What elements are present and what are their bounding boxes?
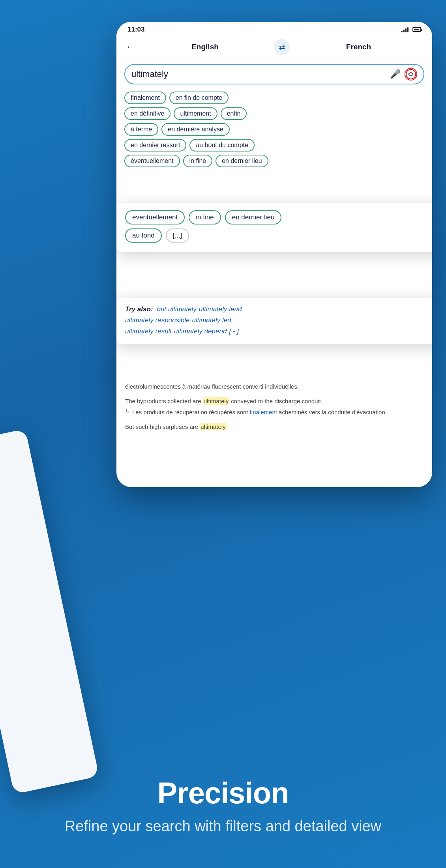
signal-bars-icon (401, 27, 409, 32)
chips-row-3: à terme en dernière analyse (124, 123, 424, 136)
try-link-ultimately-lead[interactable]: ultimately lead (199, 305, 242, 313)
sugg-chip-en-dernier-lieu[interactable]: en dernier lieu (225, 210, 282, 224)
chip-au-bout-du-compte[interactable]: au bout du compte (189, 139, 255, 152)
swap-icon: ⇄ (279, 42, 285, 52)
svg-point-2 (406, 69, 416, 79)
try-dash[interactable]: [ - ] (229, 327, 239, 335)
precision-title: Precision (24, 776, 422, 810)
nav-bar: ← English ⇄ French (116, 36, 432, 60)
example-block-2: But such high surpluses are ultimately (125, 423, 424, 432)
swap-languages-button[interactable]: ⇄ (274, 39, 290, 55)
chips-row-4: en dernier ressort au bout du compte (124, 139, 424, 152)
sugg-chip-eventuellement[interactable]: éventuellement (125, 210, 185, 224)
example-arrow-icon: ↳ (125, 408, 130, 414)
status-icons (401, 27, 421, 32)
example-partial-top: électroluminescentes à matériau fluoresc… (125, 382, 424, 391)
suggestions-panel: éventuellement in fine en dernier lieu ▲… (116, 203, 432, 252)
highlight-ultimately-1: ultimately (203, 397, 229, 405)
chip-en-dernier-lieu[interactable]: en dernier lieu (216, 155, 268, 167)
sugg-chip-au-fond[interactable]: au fond (125, 228, 162, 243)
sugg-row-2: au fond [...] (125, 228, 432, 243)
chips-row-1: finalement en fin de compte (124, 92, 424, 104)
background-phone: nte (0, 429, 99, 794)
chip-eventuellement[interactable]: éventuellement (124, 155, 180, 167)
chip-enfin[interactable]: enfin (221, 107, 247, 120)
chips-row-2: en définitive ultimement enfin (124, 107, 424, 120)
try-also-panel: Try also: but ultimately ultimately lead… (116, 298, 432, 344)
search-input-container[interactable]: ultimately 🎤 (124, 64, 424, 84)
microphone-icon[interactable]: 🎤 (390, 69, 401, 79)
main-phone: 11:03 ← English ⇄ French ultimately 🎤 (116, 22, 432, 487)
highlight-ultimately-2: ultimately (200, 423, 226, 430)
example-fr-partial: électroluminescentes à matériau fluoresc… (125, 383, 299, 390)
battery-icon (412, 27, 421, 32)
sugg-chip-bracket[interactable]: [...] (166, 228, 189, 243)
chips-row-5: éventuellement in fine en dernier lieu (124, 155, 424, 167)
bottom-section: Precision Refine your search with filter… (0, 760, 446, 836)
status-time: 11:03 (127, 26, 144, 34)
example-fr-1: Les produits de récupération récupérés s… (132, 408, 387, 417)
try-also-line-1: Try also: but ultimately ultimately lead… (125, 305, 432, 313)
example-block-1: The byproducts collected are ultimately … (125, 397, 424, 417)
example-fr-underline-1: finalement (250, 409, 277, 415)
precision-subtitle: Refine your search with filters and deta… (24, 816, 422, 836)
language-english[interactable]: English (141, 43, 269, 51)
example-en-1: The byproducts collected are ultimately … (125, 397, 424, 406)
chip-en-derniere-analyse[interactable]: en dernière analyse (161, 123, 230, 136)
status-bar: 11:03 (116, 22, 432, 36)
app-logo (405, 68, 417, 80)
try-link-ultimately-led[interactable]: ultimately led (192, 316, 231, 324)
try-link-ultimately-result[interactable]: ultimately result (125, 327, 172, 335)
sugg-chip-in-fine[interactable]: in fine (189, 210, 221, 224)
language-french[interactable]: French (294, 43, 423, 51)
examples-area: électroluminescentes à matériau fluoresc… (116, 377, 432, 442)
chip-en-dernier-ressort[interactable]: en dernier ressort (124, 139, 186, 152)
chip-en-definitive[interactable]: en définitive (124, 107, 171, 120)
bg-phone-text: nte (0, 551, 47, 575)
chip-in-fine[interactable]: in fine (183, 155, 213, 167)
sugg-row-1: éventuellement in fine en dernier lieu ▲ (125, 210, 432, 224)
try-link-ultimately-depend[interactable]: ultimately depend (174, 327, 227, 335)
chips-area: finalement en fin de compte en définitiv… (116, 88, 432, 172)
chip-a-terme[interactable]: à terme (124, 123, 158, 136)
try-also-line-3: ultimately result ultimately depend [ - … (125, 327, 432, 335)
back-button[interactable]: ← (126, 42, 135, 52)
search-bar: ultimately 🎤 (116, 60, 432, 88)
try-link-but-ultimately[interactable]: but ultimately (157, 305, 197, 313)
try-also-line-2: ultimately responsible ultimately led (125, 316, 432, 324)
search-input[interactable]: ultimately (131, 69, 387, 79)
try-also-label: Try also: (125, 305, 153, 313)
chip-finalement[interactable]: finalement (124, 92, 166, 104)
example-en-2: But such high surpluses are ultimately (125, 423, 227, 430)
chip-en-fin-de-compte[interactable]: en fin de compte (169, 92, 229, 104)
chip-ultimement[interactable]: ultimement (174, 107, 217, 120)
try-link-ultimately-responsible[interactable]: ultimately responsible (125, 316, 189, 324)
